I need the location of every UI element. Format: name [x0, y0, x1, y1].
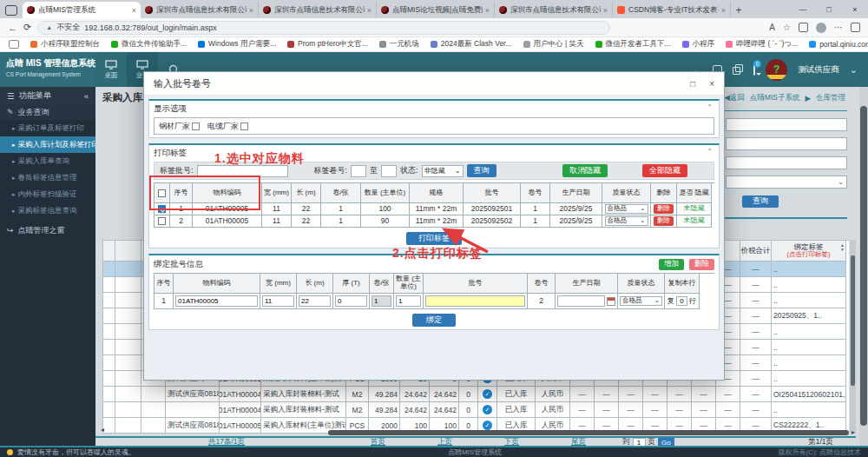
- search-field[interactable]: [726, 137, 847, 150]
- column-header[interactable]: 生产日期: [550, 183, 602, 203]
- cell-bind-label[interactable]: ..: [772, 355, 846, 371]
- thickness-input[interactable]: [335, 295, 367, 307]
- bookmark-item[interactable]: 小程序联盟控制台: [30, 39, 100, 50]
- cell-bind-label[interactable]: ..: [772, 293, 846, 308]
- sidebar-toggle-icon[interactable]: [851, 23, 860, 32]
- table-row[interactable]: 01ATH00004 采购入库封装棉料-测试 M2 49.284 24.642 …: [103, 402, 849, 418]
- column-header[interactable]: 规格: [410, 183, 464, 203]
- tab-close-icon[interactable]: ×: [485, 6, 490, 15]
- favorite-icon[interactable]: ☆: [783, 23, 791, 32]
- sidebar-item[interactable]: ▸采购入库单查询: [0, 153, 95, 169]
- bookmark-item[interactable]: 用户中心 | 笑天: [523, 39, 584, 50]
- tab-close-icon[interactable]: ×: [249, 6, 253, 15]
- window-minimize-button[interactable]: —: [790, 5, 816, 14]
- browser-tab[interactable]: 深圳市点睛信息技术有限公司点睛 ×: [495, 2, 613, 18]
- column-header[interactable]: 删除: [651, 183, 677, 203]
- quality-select[interactable]: 合格品⌄: [620, 296, 662, 306]
- sidebar-item[interactable]: ▸内外标签扫描验证: [0, 186, 95, 202]
- refresh-icon[interactable]: ⟳: [23, 22, 31, 33]
- user-menu-caret-icon[interactable]: ⌄: [850, 64, 858, 76]
- bookmark-item[interactable]: 小程序: [682, 39, 715, 50]
- sidebar-menu-header[interactable]: ☰ 功能菜单 «: [0, 87, 95, 104]
- messages-button[interactable]: 0: [753, 64, 755, 75]
- browser-tab[interactable]: 点睛MIS管理系统 ×: [23, 2, 141, 18]
- delete-row-button[interactable]: 删除: [654, 216, 674, 226]
- dialog-maximize-icon[interactable]: □: [690, 79, 695, 89]
- horizontal-scrollbar[interactable]: [328, 430, 849, 435]
- column-header-tax-total[interactable]: 价税合计: [740, 241, 772, 262]
- browser-tab[interactable]: 点睛MIS论坛视频|点睛免费版 ×: [377, 2, 495, 18]
- hide-all-button[interactable]: 全部隐藏: [642, 164, 687, 177]
- sort-icons[interactable]: ▲▼: [840, 243, 845, 252]
- tab-close-icon[interactable]: ×: [132, 6, 136, 15]
- page-scrollbar[interactable]: [859, 87, 868, 446]
- username[interactable]: 测试供应商: [798, 64, 839, 76]
- back-icon[interactable]: ←: [8, 23, 17, 33]
- tab-actions-icon[interactable]: [5, 5, 17, 16]
- window-maximize-button[interactable]: □: [816, 5, 842, 14]
- address-input[interactable]: ▲ 不安全 192.168.0.32:789/out_login/main.as…: [37, 21, 610, 35]
- tab-close-icon[interactable]: ×: [367, 6, 372, 15]
- status-select[interactable]: 非隐藏 ⌄: [422, 165, 464, 177]
- profile-avatar[interactable]: [816, 23, 826, 33]
- collections-icon[interactable]: [799, 23, 808, 32]
- column-header[interactable]: 是否 隐藏: [677, 183, 712, 203]
- column-header[interactable]: 长 (m): [292, 183, 321, 203]
- bookmark-item[interactable]: Windows 用户需要...: [198, 39, 276, 50]
- bind-button[interactable]: 绑定: [412, 314, 456, 327]
- column-header[interactable]: 数量 (主单位): [361, 183, 410, 203]
- scroll-right-icon[interactable]: ▸: [852, 428, 855, 436]
- qty-input[interactable]: [396, 295, 421, 307]
- unhide-button[interactable]: 取消隐藏: [562, 164, 608, 177]
- settings-more-icon[interactable]: ⋯: [834, 23, 843, 32]
- sidebar-collapse-icon[interactable]: «: [84, 91, 89, 101]
- search-select[interactable]: ⌄: [726, 176, 847, 189]
- quality-select[interactable]: 合格品⌄: [605, 204, 648, 214]
- add-row-button[interactable]: 增加: [659, 259, 684, 270]
- read-aloud-icon[interactable]: A: [769, 23, 775, 32]
- bookmark-item[interactable]: 一元机场: [379, 39, 419, 50]
- column-header[interactable]: 宽 (mm): [262, 183, 292, 203]
- row-checkbox[interactable]: [158, 217, 166, 225]
- dialog-title-bar[interactable]: 输入批号卷号 □ ×: [144, 72, 724, 96]
- production-date-input[interactable]: [557, 295, 605, 307]
- bookmark-item[interactable]: portal.qiniu.com/ia...: [809, 40, 868, 49]
- vendor-checkbox-group[interactable]: 钢材厂家: [159, 121, 207, 132]
- bookmark-item[interactable]: 微信文件传输助手...: [111, 39, 187, 50]
- browser-tab[interactable]: 深圳市点睛信息技术有限公司点睛 ×: [141, 2, 259, 18]
- cell-bind-label[interactable]: ..: [772, 277, 846, 293]
- cell-bind-label[interactable]: OI250415120602101, 5..: [772, 387, 846, 402]
- breadcrumb-system[interactable]: 点睛MIS子系统: [750, 93, 800, 103]
- topbar-tool-button[interactable]: 桌面: [95, 52, 127, 87]
- column-header[interactable]: 卷号: [521, 183, 550, 203]
- cell-bind-label[interactable]: ..: [772, 340, 846, 355]
- quality-select[interactable]: 合格品⌄: [605, 216, 648, 226]
- copy-count-input[interactable]: [676, 296, 687, 306]
- roll-from-input[interactable]: [351, 165, 366, 177]
- tab-close-icon[interactable]: ×: [603, 6, 608, 15]
- column-header-bind-label[interactable]: 绑定标签 (点击打印标签) ▲▼: [772, 241, 846, 262]
- cell-bind-label[interactable]: 20250925、1..: [772, 308, 846, 324]
- column-header[interactable]: 卷/张: [321, 183, 361, 203]
- checkbox[interactable]: [192, 123, 200, 130]
- breadcrumb-back-link[interactable]: ◀返回: [724, 93, 745, 103]
- delete-row-button[interactable]: 删除: [689, 259, 714, 270]
- roll-to-input[interactable]: [381, 165, 397, 177]
- browser-tab[interactable]: 深圳市点睛信息技术有限公司点睛 ×: [259, 2, 377, 18]
- user-avatar[interactable]: ?: [766, 59, 787, 81]
- table-scrollbar[interactable]: [850, 240, 856, 433]
- windows-icon[interactable]: [733, 64, 743, 75]
- sidebar-section-business-query[interactable]: ✎ 业务查询: [0, 104, 95, 120]
- window-close-button[interactable]: ×: [842, 5, 868, 14]
- length-input[interactable]: [299, 295, 331, 307]
- cell-bind-label[interactable]: ..: [772, 262, 846, 277]
- width-input[interactable]: [262, 295, 294, 307]
- material-code-input[interactable]: [175, 295, 258, 307]
- cell-bind-label[interactable]: ..: [772, 402, 846, 418]
- bookmark-item[interactable]: 哔哩哔哩 ( ´- ´)つ...: [726, 39, 798, 50]
- checkbox[interactable]: [240, 123, 248, 130]
- cell-bind-label[interactable]: ..: [772, 324, 846, 340]
- column-header[interactable]: 质量状态: [602, 183, 651, 203]
- collapse-icon[interactable]: ⌃: [707, 103, 713, 111]
- bookmark-item[interactable]: Prom ptHero中文官...: [287, 39, 368, 50]
